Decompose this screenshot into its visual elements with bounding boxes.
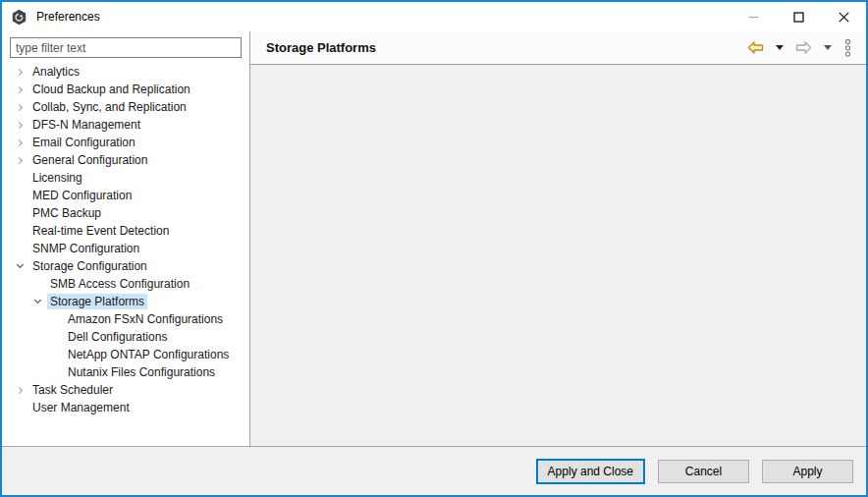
tree-item-general-configuration[interactable]: General Configuration: [2, 151, 249, 169]
tree-collapsed-chevron-icon[interactable]: [10, 87, 29, 92]
page-navigation: [745, 36, 854, 60]
tree-item-dell-configurations[interactable]: Dell Configurations: [2, 328, 249, 346]
maximize-icon: [793, 12, 804, 23]
tree-collapsed-chevron-icon[interactable]: [10, 105, 29, 110]
tree-item-cloud-backup-and-replication[interactable]: Cloud Backup and Replication: [2, 81, 249, 98]
minimize-button[interactable]: [731, 2, 776, 31]
cancel-button[interactable]: Cancel: [658, 460, 749, 483]
tree-expanded-chevron-icon[interactable]: [27, 301, 47, 303]
chevron-glyph: [15, 156, 22, 163]
tree-item-label: SNMP Configuration: [29, 241, 142, 256]
tree-item-netapp-ontap-configurations[interactable]: NetApp ONTAP Configurations: [2, 346, 249, 363]
tree-item-label: Amazon FSxN Configurations: [65, 311, 226, 327]
tree-item-email-configuration[interactable]: Email Configuration: [2, 134, 249, 151]
minimize-icon: [748, 12, 759, 23]
forward-button[interactable]: [793, 39, 814, 56]
tree-item-real-time-event-detection[interactable]: Real-time Event Detection: [2, 222, 249, 240]
tree-item-pmc-backup[interactable]: PMC Backup: [2, 204, 249, 222]
app-logo-icon: [11, 9, 27, 26]
tree-collapsed-chevron-icon[interactable]: [10, 140, 29, 145]
page-content: [250, 65, 866, 446]
chevron-glyph: [15, 386, 22, 393]
back-button[interactable]: [745, 39, 766, 56]
dropdown-arrow-icon: [824, 45, 832, 50]
tree-item-snmp-configuration[interactable]: SNMP Configuration: [2, 240, 249, 257]
tree-item-smb-access-configuration[interactable]: SMB Access Configuration: [2, 275, 249, 293]
tree-item-label: Licensing: [29, 170, 85, 186]
tree-item-label: Analytics: [29, 64, 82, 80]
tree-item-label: Task Scheduler: [29, 382, 116, 398]
tree-item-label: Real-time Event Detection: [29, 223, 172, 239]
tree-item-amazon-fsxn-configurations[interactable]: Amazon FSxN Configurations: [2, 310, 249, 328]
main-area: AnalyticsCloud Backup and ReplicationCol…: [2, 31, 866, 447]
tree-item-label: User Management: [29, 400, 133, 415]
chevron-glyph: [15, 68, 22, 75]
tree-item-label: PMC Backup: [29, 205, 104, 221]
chevron-glyph: [15, 138, 22, 145]
tree-item-nutanix-files-configurations[interactable]: Nutanix Files Configurations: [2, 363, 249, 381]
tree-item-user-management[interactable]: User Management: [2, 399, 249, 416]
view-menu-button[interactable]: [841, 36, 854, 60]
tree-item-label: Storage Configuration: [29, 258, 150, 274]
tree-collapsed-chevron-icon[interactable]: [10, 158, 29, 163]
forward-history-dropdown[interactable]: [818, 43, 838, 52]
titlebar: Preferences: [2, 2, 866, 31]
preferences-dialog: Preferences AnalyticsCloud Backup and Re…: [0, 0, 868, 497]
tree-item-licensing[interactable]: Licensing: [2, 169, 249, 187]
maximize-button[interactable]: [776, 2, 821, 31]
tree-item-label: Collab, Sync, and Replication: [29, 99, 190, 115]
tree-item-storage-platforms[interactable]: Storage Platforms: [2, 293, 249, 310]
tree-item-label: Cloud Backup and Replication: [29, 82, 193, 97]
chevron-glyph: [15, 85, 22, 92]
preferences-tree: AnalyticsCloud Backup and ReplicationCol…: [2, 63, 249, 416]
view-menu-icon: [843, 38, 852, 58]
tree-item-analytics[interactable]: Analytics: [2, 63, 249, 81]
back-arrow-icon: [747, 41, 764, 54]
apply-and-close-button[interactable]: Apply and Close: [536, 459, 645, 484]
close-icon: [839, 12, 849, 23]
tree-collapsed-chevron-icon[interactable]: [10, 123, 29, 128]
preferences-sidebar: AnalyticsCloud Backup and ReplicationCol…: [2, 31, 250, 446]
button-bar: Apply and CloseCancelApply: [2, 447, 866, 495]
tree-item-task-scheduler[interactable]: Task Scheduler: [2, 381, 249, 399]
tree-collapsed-chevron-icon[interactable]: [10, 388, 29, 393]
tree-collapsed-chevron-icon[interactable]: [10, 70, 29, 75]
window-title: Preferences: [36, 10, 100, 24]
preference-page: Storage Platforms: [250, 31, 866, 446]
close-button[interactable]: [821, 2, 866, 31]
tree-item-collab-sync-and-replication[interactable]: Collab, Sync, and Replication: [2, 98, 249, 116]
tree-item-label: NetApp ONTAP Configurations: [65, 347, 232, 362]
tree-item-label: Storage Platforms: [47, 294, 147, 309]
page-header: Storage Platforms: [250, 31, 866, 65]
tree-item-label: MED Configuration: [29, 188, 135, 203]
forward-arrow-icon: [795, 41, 812, 54]
tree-item-dfs-n-management[interactable]: DFS-N Management: [2, 116, 249, 134]
apply-button[interactable]: Apply: [762, 460, 853, 483]
chevron-glyph: [33, 297, 40, 304]
filter-input[interactable]: [10, 37, 242, 58]
tree-item-label: DFS-N Management: [29, 117, 143, 133]
chevron-glyph: [15, 103, 22, 110]
tree-item-label: General Configuration: [29, 152, 150, 168]
back-history-dropdown[interactable]: [770, 43, 789, 52]
chevron-glyph: [16, 261, 23, 268]
page-title: Storage Platforms: [266, 40, 376, 55]
tree-item-label: Nutanix Files Configurations: [65, 364, 218, 380]
tree-item-label: SMB Access Configuration: [47, 276, 192, 292]
tree-item-label: Email Configuration: [29, 135, 138, 150]
chevron-glyph: [15, 121, 22, 128]
tree-item-med-configuration[interactable]: MED Configuration: [2, 187, 249, 204]
dropdown-arrow-icon: [776, 45, 784, 50]
tree-item-label: Dell Configurations: [65, 329, 170, 345]
tree-expanded-chevron-icon[interactable]: [10, 265, 29, 267]
tree-item-storage-configuration[interactable]: Storage Configuration: [2, 257, 249, 275]
